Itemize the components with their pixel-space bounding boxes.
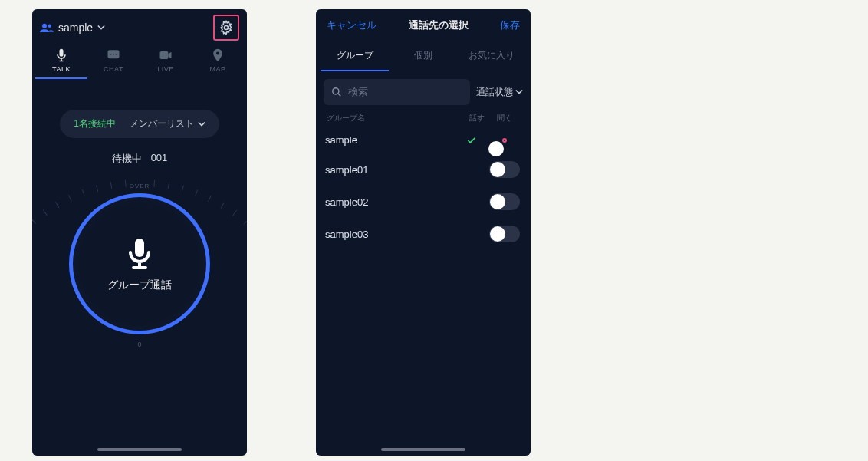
svg-point-5	[110, 54, 112, 55]
modal-title: 通話先の選択	[409, 18, 469, 32]
group-row-name: sample02	[325, 196, 466, 208]
svg-point-7	[116, 54, 117, 55]
top-bar: sample	[32, 9, 247, 43]
member-list-label: メンバーリスト	[130, 117, 194, 130]
svg-point-1	[48, 25, 52, 28]
main-tabs: TALK CHAT LIVE MAP	[32, 43, 247, 79]
cancel-button[interactable]: キャンセル	[327, 18, 376, 32]
search-placeholder: 検索	[348, 85, 368, 99]
waiting-status: 待機中 001	[32, 152, 247, 166]
modal-header: キャンセル 通話先の選択 保存	[316, 9, 531, 41]
group-row-name: sample01	[325, 164, 466, 176]
phone-destination-screen: キャンセル 通話先の選択 保存 グループ 個別 お気に入り 検索 通話状態 グル…	[316, 9, 531, 456]
svg-point-11	[333, 88, 339, 94]
member-list-button[interactable]: メンバーリスト	[130, 117, 205, 130]
tab-chat-label: CHAT	[104, 65, 123, 73]
waiting-label: 待機中	[112, 152, 142, 166]
chevron-down-icon	[97, 25, 105, 31]
group-selector[interactable]: sample	[40, 21, 105, 34]
group-row[interactable]: sample	[316, 127, 531, 153]
call-state-label: 通話状態	[476, 86, 513, 99]
talk-dial: OVER 0 グループ通話	[55, 179, 224, 348]
chevron-down-icon	[515, 89, 523, 95]
svg-point-2	[225, 26, 229, 30]
toggle-highlight	[502, 138, 507, 143]
tab-individual[interactable]: 個別	[389, 41, 457, 71]
toggle-knob	[490, 194, 505, 209]
tab-talk[interactable]: TALK	[35, 48, 87, 79]
dial-mode-label: グループ通話	[107, 278, 172, 292]
toggle-knob	[490, 226, 505, 242]
mic-icon	[53, 48, 70, 63]
search-input[interactable]: 検索	[324, 79, 470, 105]
users-icon	[40, 22, 54, 33]
status-chip[interactable]: 1名接続中 メンバーリスト	[60, 110, 219, 138]
search-icon	[331, 87, 342, 97]
group-row[interactable]: sample03	[316, 218, 531, 250]
svg-rect-10	[135, 239, 144, 257]
status-chip-row: 1名接続中 メンバーリスト	[32, 110, 247, 138]
group-list: samplesample01sample02sample03	[316, 127, 531, 250]
svg-rect-8	[160, 51, 169, 59]
column-headers: グループ名 話す 聞く	[316, 108, 531, 127]
camera-icon	[157, 48, 174, 63]
waiting-number: 001	[151, 152, 168, 166]
tab-map-label: MAP	[209, 65, 225, 73]
tab-live-label: LIVE	[157, 65, 174, 73]
tab-map[interactable]: MAP	[192, 48, 244, 79]
mic-large-icon	[121, 235, 158, 272]
svg-point-6	[113, 54, 114, 55]
col-group-name: グループ名	[327, 113, 465, 123]
group-row-name: sample03	[325, 229, 466, 240]
tab-chat[interactable]: CHAT	[87, 48, 140, 79]
listen-toggle[interactable]	[489, 226, 520, 242]
toggle-knob	[488, 141, 504, 156]
call-state-filter[interactable]: 通話状態	[476, 86, 523, 99]
dial-over-label: OVER	[130, 183, 150, 189]
chevron-down-icon	[198, 121, 205, 127]
settings-button-highlight	[213, 15, 239, 41]
group-name: sample	[58, 21, 93, 34]
destination-tabs: グループ 個別 お気に入り	[316, 41, 531, 71]
dial-zero-label: 0	[137, 341, 141, 348]
listen-toggle[interactable]	[489, 193, 520, 210]
phone-talk-screen: sample TALK CHAT LIVE MAP 1名接続中 メンバーリスト	[32, 9, 247, 456]
svg-rect-3	[60, 49, 64, 57]
group-row[interactable]: sample01	[316, 153, 531, 186]
save-button[interactable]: 保存	[500, 18, 520, 32]
talk-check[interactable]	[466, 135, 488, 146]
tab-favorite[interactable]: お気に入り	[458, 41, 526, 71]
listen-toggle-wrap	[488, 138, 521, 143]
listen-toggle-wrap	[488, 226, 521, 242]
listen-toggle-wrap	[488, 161, 521, 178]
listen-toggle-wrap	[488, 193, 521, 210]
tab-group[interactable]: グループ	[321, 41, 389, 71]
check-icon	[466, 135, 477, 146]
chat-icon	[105, 48, 122, 63]
svg-point-9	[216, 51, 219, 54]
tab-talk-label: TALK	[52, 65, 71, 73]
push-to-talk-button[interactable]: グループ通話	[69, 193, 210, 334]
group-row[interactable]: sample02	[316, 186, 531, 218]
pin-icon	[209, 48, 226, 63]
gear-icon[interactable]	[219, 20, 234, 35]
listen-toggle[interactable]	[489, 161, 520, 178]
group-row-name: sample	[325, 134, 466, 146]
search-row: 検索 通話状態	[316, 71, 531, 108]
home-indicator[interactable]	[97, 448, 182, 451]
home-indicator[interactable]	[381, 448, 465, 451]
svg-point-0	[42, 24, 47, 28]
tab-live[interactable]: LIVE	[140, 48, 192, 79]
toggle-knob	[490, 162, 505, 177]
col-listen: 聞く	[489, 113, 520, 123]
col-talk: 話す	[465, 113, 489, 123]
connected-count: 1名接続中	[74, 117, 116, 130]
